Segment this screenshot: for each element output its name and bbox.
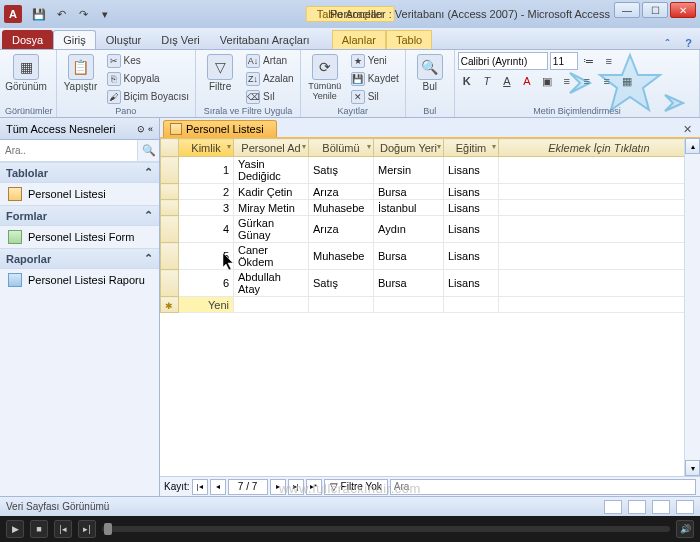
table-row[interactable]: 1Yasin DediğidcSatışMersinLisans: [161, 157, 700, 184]
column-header-dept[interactable]: Bölümü▾: [309, 139, 374, 157]
cell-dept[interactable]: Muhasebe: [309, 200, 374, 216]
font-color-button[interactable]: A: [518, 72, 536, 90]
underline-button[interactable]: A: [498, 72, 516, 90]
paste-button[interactable]: 📋 Yapıştır: [60, 52, 102, 94]
close-tab-button[interactable]: ✕: [678, 121, 696, 137]
row-selector[interactable]: [161, 184, 179, 200]
table-row[interactable]: 6Abdullah AtaySatışBursaLisans: [161, 270, 700, 297]
row-selector[interactable]: [161, 270, 179, 297]
help-icon[interactable]: ?: [677, 37, 700, 49]
new-record-row[interactable]: Yeni: [161, 297, 700, 313]
cell-name[interactable]: Caner Ökdem: [234, 243, 309, 270]
cell-edu[interactable]: Lisans: [444, 184, 499, 200]
minimize-button[interactable]: —: [614, 2, 640, 18]
column-header-birthplace[interactable]: Doğum Yeri▾: [374, 139, 444, 157]
view-other2-button[interactable]: [676, 500, 694, 514]
clear-sort-button[interactable]: ⌫Sıl: [243, 88, 297, 105]
dropdown-icon[interactable]: ▾: [227, 142, 231, 151]
find-button[interactable]: 🔍 Bul: [409, 52, 451, 94]
save-icon[interactable]: 💾: [30, 5, 48, 23]
tab-table[interactable]: Tablo: [386, 30, 432, 49]
table-row[interactable]: 4Gürkan GünayArızaAydınLisans: [161, 216, 700, 243]
format-painter-button[interactable]: 🖌Biçim Boyacısı: [104, 88, 193, 105]
view-other-button[interactable]: [652, 500, 670, 514]
cell-empty[interactable]: [499, 243, 700, 270]
column-header-id[interactable]: Kimlik▾: [179, 139, 234, 157]
cell-birthplace[interactable]: Mersin: [374, 157, 444, 184]
cell-empty[interactable]: [499, 270, 700, 297]
play-button[interactable]: ▶: [6, 520, 24, 538]
redo-icon[interactable]: ↷: [74, 5, 92, 23]
prev-button[interactable]: |◂: [54, 520, 72, 538]
fill-color-button[interactable]: ▣: [538, 72, 556, 90]
cell-edu[interactable]: Lisans: [444, 270, 499, 297]
view-button[interactable]: ▦ Görünüm: [5, 52, 47, 94]
row-selector[interactable]: [161, 216, 179, 243]
cell-name[interactable]: Yasin Dediğidc: [234, 157, 309, 184]
seek-slider[interactable]: [102, 526, 670, 532]
nav-section-header[interactable]: Tablolar⌃: [0, 162, 159, 183]
ribbon-minimize-icon[interactable]: ˆ: [658, 37, 678, 49]
dropdown-icon[interactable]: ▾: [367, 142, 371, 151]
cell-edu[interactable]: Lisans: [444, 200, 499, 216]
column-header-edu[interactable]: Eğitim▾: [444, 139, 499, 157]
sort-desc-button[interactable]: Z↓Azalan: [243, 70, 297, 87]
bold-button[interactable]: K: [458, 72, 476, 90]
cell-id[interactable]: 6: [179, 270, 234, 297]
new-record-button[interactable]: ★Yeni: [348, 52, 402, 69]
row-selector[interactable]: [161, 200, 179, 216]
cut-button[interactable]: ✂Kes: [104, 52, 193, 69]
cell-id[interactable]: 2: [179, 184, 234, 200]
nav-item-table[interactable]: Personel Listesi: [0, 183, 159, 205]
record-position-input[interactable]: [228, 479, 268, 495]
select-all-corner[interactable]: [161, 139, 179, 157]
cell-edu[interactable]: Lisans: [444, 243, 499, 270]
save-record-button[interactable]: 💾Kaydet: [348, 70, 402, 87]
font-name-combo[interactable]: [458, 52, 548, 70]
tab-fields[interactable]: Alanlar: [332, 30, 386, 49]
cell-name[interactable]: Gürkan Günay: [234, 216, 309, 243]
vertical-scrollbar[interactable]: ▴ ▾: [684, 138, 700, 476]
cell-id[interactable]: 5: [179, 243, 234, 270]
cell-dept[interactable]: Muhasebe: [309, 243, 374, 270]
volume-button[interactable]: 🔊: [676, 520, 694, 538]
view-design-button[interactable]: [628, 500, 646, 514]
cell-dept[interactable]: Arıza: [309, 184, 374, 200]
cell-birthplace[interactable]: Aydın: [374, 216, 444, 243]
font-size-combo[interactable]: [550, 52, 578, 70]
undo-icon[interactable]: ↶: [52, 5, 70, 23]
numbering-icon[interactable]: ≡: [600, 52, 618, 70]
qat-customize-icon[interactable]: ▾: [96, 5, 114, 23]
sort-asc-button[interactable]: A↓Artan: [243, 52, 297, 69]
nav-pane-header[interactable]: Tüm Access Nesneleri ⊙ «: [0, 118, 159, 140]
datasheet-grid[interactable]: Kimlik▾ Personel Ad▾ Bölümü▾ Doğum Yeri▾…: [160, 138, 700, 476]
next-record-button[interactable]: ▸: [270, 479, 286, 495]
dropdown-icon[interactable]: ▾: [492, 142, 496, 151]
delete-record-button[interactable]: ✕Sil: [348, 88, 402, 105]
search-icon[interactable]: 🔍: [137, 140, 159, 161]
next-button[interactable]: ▸|: [78, 520, 96, 538]
align-right-button[interactable]: ≡: [598, 72, 616, 90]
stop-button[interactable]: ■: [30, 520, 48, 538]
nav-section-header[interactable]: Raporlar⌃: [0, 248, 159, 269]
cell-name[interactable]: Abdullah Atay: [234, 270, 309, 297]
prev-record-button[interactable]: ◂: [210, 479, 226, 495]
cell-name[interactable]: Miray Metin: [234, 200, 309, 216]
cell-id[interactable]: 3: [179, 200, 234, 216]
cell-empty[interactable]: [499, 157, 700, 184]
new-record-nav-button[interactable]: ▸*: [306, 479, 322, 495]
cell-empty[interactable]: [499, 184, 700, 200]
italic-button[interactable]: T: [478, 72, 496, 90]
cell-new-id[interactable]: Yeni: [179, 297, 234, 313]
view-datasheet-button[interactable]: [604, 500, 622, 514]
align-left-button[interactable]: ≡: [558, 72, 576, 90]
nav-item-report[interactable]: Personel Listesi Raporu: [0, 269, 159, 291]
cell-birthplace[interactable]: Bursa: [374, 270, 444, 297]
cell-name[interactable]: Kadir Çetin: [234, 184, 309, 200]
cell-dept[interactable]: Arıza: [309, 216, 374, 243]
last-record-button[interactable]: ▸|: [288, 479, 304, 495]
cell-empty[interactable]: [499, 200, 700, 216]
align-center-button[interactable]: ≡: [578, 72, 596, 90]
nav-item-form[interactable]: Personel Listesi Form: [0, 226, 159, 248]
cell-dept[interactable]: Satış: [309, 157, 374, 184]
